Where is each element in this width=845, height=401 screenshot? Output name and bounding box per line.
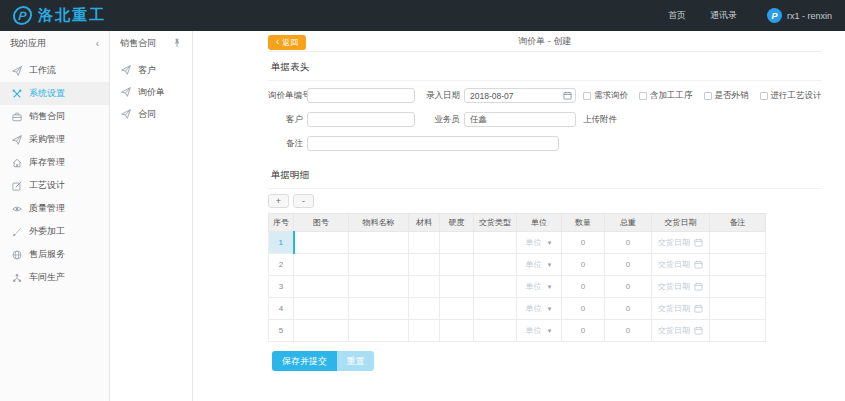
collapse-sidebar-icon[interactable]: ‹ [96, 38, 99, 49]
cell-material-name[interactable] [349, 276, 409, 298]
calendar-icon [694, 238, 703, 247]
sidebar-item-label: 质量管理 [29, 202, 65, 215]
topnav-home[interactable]: 首页 [668, 9, 686, 22]
cell-material-name[interactable] [349, 298, 409, 320]
sidebar-item-sales-contract[interactable]: 销售合同 [0, 105, 109, 128]
checkbox-with-processing[interactable]: 含加工工序 [639, 90, 693, 102]
cell-quantity[interactable]: 0 [562, 276, 605, 298]
cell-remark[interactable] [710, 276, 766, 298]
sidebar-item-label: 采购管理 [29, 133, 65, 146]
unit-select[interactable]: 单位▼ [517, 276, 562, 298]
home-icon [12, 158, 22, 168]
cell-drawing-no[interactable] [294, 254, 349, 276]
checkbox-box[interactable] [704, 92, 712, 100]
sidebar-item-workshop-production[interactable]: 车间生产 [0, 266, 109, 289]
top-navbar: P 洛北重工 首页通讯录 P rx1 - renxin [0, 0, 845, 31]
cell-delivery-type[interactable] [474, 276, 517, 298]
cell-total-weight[interactable]: 0 [605, 254, 652, 276]
sidebar-item-inventory-mgmt[interactable]: 库存管理 [0, 151, 109, 174]
cell-delivery-date[interactable]: 交货日期 [652, 320, 710, 342]
checkbox-do-process-design[interactable]: 进行工艺设计 [760, 90, 822, 102]
unit-select[interactable]: 单位▼ [517, 254, 562, 276]
remark-input[interactable] [307, 136, 559, 151]
cell-quantity[interactable]: 0 [562, 254, 605, 276]
row-seq: 3 [269, 276, 294, 298]
cell-delivery-date[interactable]: 交货日期 [652, 232, 710, 254]
topnav-contacts[interactable]: 通讯录 [710, 9, 737, 22]
salesman-input[interactable] [464, 112, 576, 127]
cell-hardness[interactable] [440, 320, 474, 342]
cell-delivery-type[interactable] [474, 298, 517, 320]
cell-material-name[interactable] [349, 254, 409, 276]
sidebar-item-system-settings[interactable]: 系统设置 [0, 82, 109, 105]
unit-select[interactable]: 单位▼ [517, 298, 562, 320]
cell-quantity[interactable]: 0 [562, 298, 605, 320]
sidebar-item-outsourcing[interactable]: 外委加工 [0, 220, 109, 243]
cell-total-weight[interactable]: 0 [605, 298, 652, 320]
cell-material-name[interactable] [349, 232, 409, 254]
checkbox-box[interactable] [583, 92, 591, 100]
cell-material[interactable] [409, 232, 440, 254]
sidebar-item-after-sales[interactable]: 售后服务 [0, 243, 109, 266]
cell-drawing-no[interactable] [294, 232, 349, 254]
cell-drawing-no[interactable] [294, 276, 349, 298]
column-header: 材料 [409, 214, 440, 232]
cell-total-weight[interactable]: 0 [605, 320, 652, 342]
submenu-item-contract[interactable]: 合同 [110, 103, 192, 125]
cell-drawing-no[interactable] [294, 320, 349, 342]
submenu-item-customer[interactable]: 客户 [110, 59, 192, 81]
save-submit-button[interactable]: 保存并提交 [272, 351, 337, 371]
cell-hardness[interactable] [440, 298, 474, 320]
cell-quantity[interactable]: 0 [562, 320, 605, 342]
cell-remark[interactable] [710, 254, 766, 276]
user-menu[interactable]: P rx1 - renxin [767, 8, 832, 23]
submenu-item-inquiry[interactable]: 询价单 [110, 81, 192, 103]
unit-select[interactable]: 单位▼ [517, 232, 562, 254]
cell-delivery-date[interactable]: 交货日期 [652, 298, 710, 320]
sidebar-item-process-design[interactable]: 工艺设计 [0, 174, 109, 197]
calendar-icon[interactable] [563, 91, 572, 100]
upload-attachment-link[interactable]: 上传附件 [583, 114, 617, 126]
cell-remark[interactable] [710, 232, 766, 254]
inquiry-no-input[interactable] [307, 88, 415, 103]
cell-remark[interactable] [710, 320, 766, 342]
title-bar: 询价单 - 创建 ‹ 返回 [268, 31, 822, 52]
add-row-button[interactable]: + [268, 194, 289, 208]
checkbox-box[interactable] [639, 92, 647, 100]
customer-input[interactable] [307, 112, 415, 127]
sidebar-item-purchase-mgmt[interactable]: 采购管理 [0, 128, 109, 151]
checkbox-box[interactable] [760, 92, 768, 100]
cell-quantity[interactable]: 0 [562, 232, 605, 254]
pin-icon[interactable] [172, 38, 182, 48]
cell-material[interactable] [409, 254, 440, 276]
checkbox-demand-inquiry[interactable]: 需求询价 [583, 90, 628, 102]
sidebar-item-label: 车间生产 [29, 271, 65, 284]
cell-hardness[interactable] [440, 254, 474, 276]
detail-table-row: 4单位▼00交货日期 [269, 298, 766, 320]
cell-delivery-type[interactable] [474, 232, 517, 254]
sidebar-item-workflow[interactable]: 工作流 [0, 59, 109, 82]
cell-delivery-date[interactable]: 交货日期 [652, 254, 710, 276]
cell-delivery-type[interactable] [474, 320, 517, 342]
cell-material[interactable] [409, 298, 440, 320]
cell-total-weight[interactable]: 0 [605, 232, 652, 254]
cell-material-name[interactable] [349, 320, 409, 342]
cell-total-weight[interactable]: 0 [605, 276, 652, 298]
remark-label: 备注 [268, 138, 303, 150]
brand-name: 洛北重工 [38, 6, 106, 25]
cell-drawing-no[interactable] [294, 298, 349, 320]
cell-hardness[interactable] [440, 276, 474, 298]
cell-delivery-type[interactable] [474, 254, 517, 276]
reset-button[interactable]: 重置 [337, 351, 374, 371]
remove-row-button[interactable]: - [293, 194, 314, 208]
cell-material[interactable] [409, 320, 440, 342]
cell-material[interactable] [409, 276, 440, 298]
sidebar-item-quality-mgmt[interactable]: 质量管理 [0, 197, 109, 220]
entry-date-input[interactable] [464, 88, 576, 103]
checkbox-export-sale[interactable]: 是否外销 [704, 90, 749, 102]
cell-delivery-date[interactable]: 交货日期 [652, 276, 710, 298]
cell-hardness[interactable] [440, 232, 474, 254]
briefcase-icon [12, 112, 22, 122]
unit-select[interactable]: 单位▼ [517, 320, 562, 342]
cell-remark[interactable] [710, 298, 766, 320]
